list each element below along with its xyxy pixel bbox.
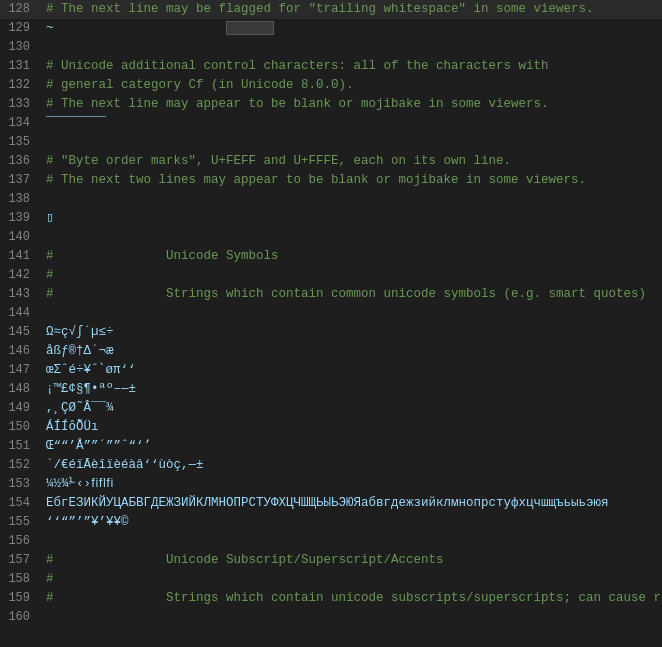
line-number: 136	[4, 152, 46, 171]
line-number: 140	[4, 228, 46, 247]
line-content: ¡™£¢§¶•ªº–—±	[46, 380, 136, 399]
line-number: 147	[4, 361, 46, 380]
line-number: 158	[4, 570, 46, 589]
code-line: 156	[0, 532, 662, 551]
code-line: 155‘‘“”’”¥’¥¥©	[0, 513, 662, 532]
line-number: 148	[4, 380, 46, 399]
code-line: 143# Strings which contain common unicod…	[0, 285, 662, 304]
code-line: 149,¸ÇØ˜Â¯¯¾	[0, 399, 662, 418]
code-line: 158#	[0, 570, 662, 589]
code-line: 134­­¯¯¯¯¯¯¯¯	[0, 114, 662, 133]
code-line: 145Ω≈ç√ʃ´µ≤÷	[0, 323, 662, 342]
line-content: ▯	[46, 209, 54, 228]
line-number: 141	[4, 247, 46, 266]
line-content: # "Byte order marks", U+FEFF and U+FFFE,…	[46, 152, 511, 171]
line-number: 145	[4, 323, 46, 342]
code-line: 135	[0, 133, 662, 152]
code-line: 150ÁÍÍồ̂ÕÜı	[0, 418, 662, 437]
line-number: 134	[4, 114, 46, 133]
line-content: # The next two lines may appear to be bl…	[46, 171, 586, 190]
line-number: 160	[4, 608, 46, 627]
line-content: ЕбгЕЗИКЙУЦАБВГДЕЖЗИЙКЛМНОПРСТУФХЦЧШЩЬЫЬЭ…	[46, 494, 609, 513]
line-content: # Strings which contain common unicode s…	[46, 285, 646, 304]
line-number: 133	[4, 95, 46, 114]
line-number: 154	[4, 494, 46, 513]
code-line: 142#	[0, 266, 662, 285]
line-content: # Unicode additional control characters:…	[46, 57, 549, 76]
line-content: # Unicode Subscript/Superscript/Accents	[46, 551, 444, 570]
line-content: åßƒ®†Δ´¬æ	[46, 342, 114, 361]
code-line: 131# Unicode additional control characte…	[0, 57, 662, 76]
line-number: 129	[4, 19, 46, 38]
code-line: 141# Unicode Symbols	[0, 247, 662, 266]
line-content: Œ““’Å””´””ˆ“‘ʼ	[46, 437, 151, 456]
line-content: # Unicode Symbols	[46, 247, 279, 266]
code-line: 144	[0, 304, 662, 323]
code-line: 132# general category Cf (in Unicode 8.0…	[0, 76, 662, 95]
line-number: 143	[4, 285, 46, 304]
code-line: 136# "Byte order marks", U+FEFF and U+FF…	[0, 152, 662, 171]
code-line: 160	[0, 608, 662, 627]
code-line: 146åßƒ®†Δ´¬æ	[0, 342, 662, 361]
line-number: 151	[4, 437, 46, 456]
line-content: #	[46, 266, 54, 285]
code-line: 138	[0, 190, 662, 209]
line-content: œΣˆé÷¥ˆˋøπ‘‘	[46, 361, 136, 380]
line-content: # The next line may appear to be blank o…	[46, 95, 549, 114]
line-content: Ω≈ç√ʃ´µ≤÷	[46, 323, 114, 342]
code-line: 159# Strings which contain unicode subsc…	[0, 589, 662, 608]
line-content: ‘‘“”’”¥’¥¥©	[46, 513, 129, 532]
line-content: `/€éïĀèîïèéàâ‘‘ùòç,—±	[46, 456, 204, 475]
line-number: 155	[4, 513, 46, 532]
line-number: 132	[4, 76, 46, 95]
line-number: 130	[4, 38, 46, 57]
line-number: 137	[4, 171, 46, 190]
code-line: 152`/€éïĀèîïèéàâ‘‘ùòç,—±	[0, 456, 662, 475]
code-line: 140	[0, 228, 662, 247]
code-line: 133# The next line may appear to be blan…	[0, 95, 662, 114]
code-line: 148¡™£¢§¶•ªº–—±	[0, 380, 662, 399]
line-content: ,¸ÇØ˜Â¯¯¾	[46, 399, 114, 418]
code-line: 139▯	[0, 209, 662, 228]
code-line: 151Œ““’Å””´””ˆ“‘ʼ	[0, 437, 662, 456]
line-number: 153	[4, 475, 46, 494]
code-line: 157# Unicode Subscript/Superscript/Accen…	[0, 551, 662, 570]
code-line: 130	[0, 38, 662, 57]
code-editor: 128# The next line may be flagged for "t…	[0, 0, 662, 647]
code-line: 154ЕбгЕЗИКЙУЦАБВГДЕЖЗИЙКЛМНОПРСТУФХЦЧШЩЬ…	[0, 494, 662, 513]
line-number: 128	[4, 0, 46, 19]
line-content: ¼½¾⅟‹›ﬁﬂﬁ	[46, 475, 114, 494]
line-number: 139	[4, 209, 46, 228]
line-number: 156	[4, 532, 46, 551]
line-content: ÁÍÍồ̂ÕÜı	[46, 418, 99, 437]
line-content: #	[46, 570, 54, 589]
code-line: 153¼½¾⅟‹›ﬁﬂﬁ	[0, 475, 662, 494]
line-content: # general category Cf (in Unicode 8.0.0)…	[46, 76, 354, 95]
line-content: # The next line may be flagged for "trai…	[46, 0, 594, 19]
line-number: 149	[4, 399, 46, 418]
line-number: 159	[4, 589, 46, 608]
line-content: ~	[46, 19, 274, 38]
line-number: 142	[4, 266, 46, 285]
line-number: 138	[4, 190, 46, 209]
code-line: 128# The next line may be flagged for "t…	[0, 0, 662, 19]
line-content: # Strings which contain unicode subscrip…	[46, 589, 662, 608]
code-line: 147œΣˆé÷¥ˆˋøπ‘‘	[0, 361, 662, 380]
line-number: 131	[4, 57, 46, 76]
line-number: 157	[4, 551, 46, 570]
line-number: 135	[4, 133, 46, 152]
code-line: 137# The next two lines may appear to be…	[0, 171, 662, 190]
line-content: ­­¯¯¯¯¯¯¯¯	[46, 114, 106, 133]
line-number: 152	[4, 456, 46, 475]
line-number: 150	[4, 418, 46, 437]
line-number: 144	[4, 304, 46, 323]
code-line: 129~	[0, 19, 662, 38]
line-number: 146	[4, 342, 46, 361]
